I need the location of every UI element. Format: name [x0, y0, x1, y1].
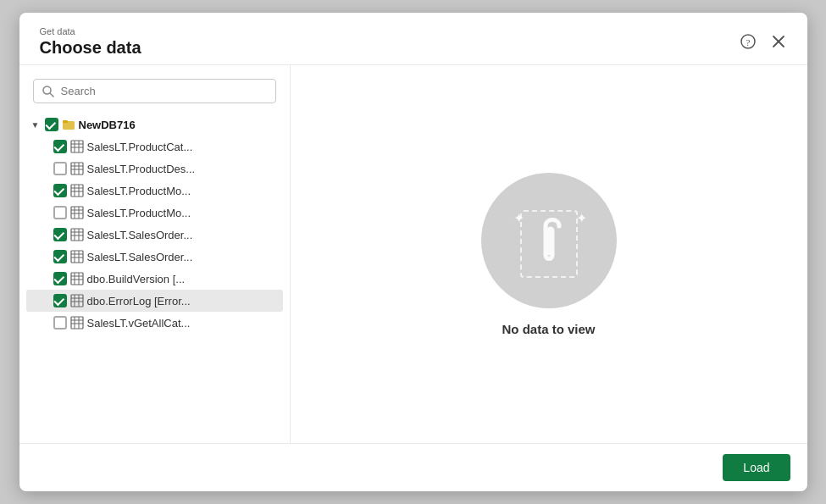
item-checkbox[interactable]: [53, 140, 67, 153]
table-icon: [70, 294, 84, 307]
svg-rect-18: [71, 185, 83, 197]
table-icon: [70, 140, 84, 153]
tree-area: ▼ NewDB716 SalesLT.ProductCat...: [19, 114, 290, 429]
item-checkbox[interactable]: [53, 294, 67, 307]
table-icon: [70, 228, 84, 241]
tree-item[interactable]: SalesLT.ProductDes...: [26, 158, 283, 180]
svg-rect-23: [71, 207, 83, 219]
item-checkbox[interactable]: [53, 206, 67, 219]
item-label: dbo.ErrorLog [Error...: [87, 295, 191, 307]
load-button[interactable]: Load: [723, 454, 790, 481]
dialog-header: Get data Choose data ?: [19, 13, 807, 65]
tree-item[interactable]: SalesLT.ProductMo...: [26, 180, 283, 202]
search-input[interactable]: [61, 85, 267, 97]
table-icon: [70, 206, 84, 219]
folder-icon: [62, 118, 75, 131]
svg-rect-38: [71, 273, 83, 285]
svg-rect-28: [71, 229, 83, 241]
svg-rect-43: [71, 295, 83, 307]
header-actions: ?: [736, 30, 790, 53]
item-label: SalesLT.ProductMo...: [87, 207, 191, 219]
item-label: SalesLT.ProductMo...: [87, 185, 191, 197]
svg-rect-33: [71, 251, 83, 263]
get-data-label: Get data: [40, 26, 141, 36]
svg-rect-13: [71, 163, 83, 174]
table-icon: [70, 250, 84, 263]
help-button[interactable]: ?: [736, 30, 760, 53]
item-label: SalesLT.SalesOrder...: [87, 229, 193, 241]
expand-chevron: ▼: [30, 120, 42, 130]
tree-item[interactable]: SalesLT.ProductCat...: [26, 136, 283, 158]
no-data-illustration: ✦ ✦: [481, 173, 617, 308]
item-label: SalesLT.SalesOrder...: [87, 251, 193, 263]
db-checkbox[interactable]: [45, 118, 58, 131]
dialog-body: ▼ NewDB716 SalesLT.ProductCat...: [19, 65, 807, 443]
table-icon: [70, 316, 84, 330]
tree-item[interactable]: SalesLT.SalesOrder...: [26, 246, 283, 268]
table-icon: [70, 272, 84, 285]
item-label: SalesLT.ProductDes...: [87, 163, 196, 175]
item-checkbox[interactable]: [53, 272, 67, 285]
help-icon: ?: [740, 34, 756, 49]
tree-item[interactable]: dbo.BuildVersion [...: [26, 268, 283, 290]
tree-item[interactable]: dbo.ErrorLog [Error...: [26, 290, 283, 312]
item-label: SalesLT.ProductCat...: [87, 141, 193, 153]
item-checkbox[interactable]: [53, 316, 67, 330]
item-checkbox[interactable]: [53, 184, 67, 197]
close-button[interactable]: [767, 30, 790, 53]
table-icon: [70, 162, 84, 175]
sparkle-right: ✦: [576, 210, 587, 226]
item-label: SalesLT.vGetAllCat...: [87, 317, 191, 330]
database-name: NewDB716: [79, 119, 136, 131]
tree-root-node[interactable]: ▼ NewDB716: [26, 114, 283, 136]
dialog-title: Choose data: [40, 38, 141, 58]
dialog-footer: Load: [19, 443, 807, 491]
search-icon: [42, 86, 54, 97]
table-icon: [70, 184, 84, 197]
paperclip-icon: [527, 211, 571, 270]
tree-item[interactable]: SalesLT.SalesOrder...: [26, 224, 283, 246]
tree-items-container: SalesLT.ProductCat... SalesLT.ProductDes…: [26, 136, 283, 334]
tree-item[interactable]: SalesLT.vGetAllCat...: [26, 312, 283, 334]
item-checkbox[interactable]: [53, 162, 67, 175]
left-panel: ▼ NewDB716 SalesLT.ProductCat...: [19, 65, 291, 443]
svg-rect-8: [71, 141, 83, 152]
tree-item[interactable]: SalesLT.ProductMo...: [26, 202, 283, 224]
item-checkbox[interactable]: [53, 250, 67, 263]
title-group: Get data Choose data: [40, 26, 141, 58]
sparkle-left: ✦: [513, 210, 524, 226]
right-panel: ✦ ✦ No data to view: [291, 65, 807, 443]
svg-rect-7: [63, 120, 68, 123]
choose-data-dialog: Get data Choose data ?: [19, 13, 807, 491]
item-checkbox[interactable]: [53, 228, 67, 241]
svg-line-5: [50, 93, 53, 97]
item-label: dbo.BuildVersion [...: [87, 273, 186, 285]
paperclip-container: ✦ ✦: [507, 198, 591, 283]
svg-rect-48: [71, 317, 83, 329]
close-icon: [772, 35, 785, 48]
svg-text:?: ?: [746, 37, 750, 47]
no-data-text: No data to view: [502, 322, 595, 336]
search-box[interactable]: [33, 79, 276, 103]
